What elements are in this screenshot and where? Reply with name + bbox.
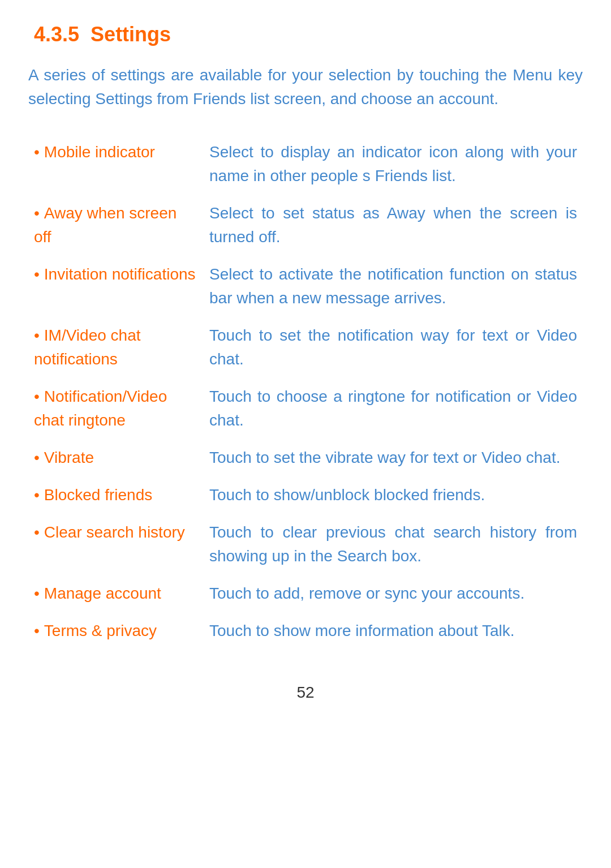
settings-row: •Away when screen offSelect to set statu… <box>28 195 583 256</box>
settings-description: Touch to show more information about Tal… <box>204 612 583 650</box>
settings-row: •Terms & privacyTouch to show more infor… <box>28 612 583 650</box>
settings-row: •Invitation notificationsSelect to activ… <box>28 256 583 317</box>
settings-term: •Clear search history <box>28 514 204 575</box>
bullet-icon: • <box>34 619 40 643</box>
settings-term: •Away when screen off <box>28 195 204 256</box>
settings-term: •Blocked friends <box>28 476 204 514</box>
section-heading: 4.3.5 Settings <box>34 23 583 46</box>
settings-term: •Mobile indicator <box>28 134 204 195</box>
intro-paragraph: A series of settings are available for y… <box>28 63 583 111</box>
bullet-icon: • <box>34 324 40 347</box>
bullet-icon: • <box>34 582 40 605</box>
bullet-icon: • <box>34 263 40 286</box>
bullet-icon: • <box>34 446 40 470</box>
settings-term: •Notification/Video chat ringtone <box>28 378 204 439</box>
page-number: 52 <box>28 684 583 702</box>
settings-term: •Invitation notifications <box>28 256 204 317</box>
settings-description: Touch to add, remove or sync your accoun… <box>204 575 583 612</box>
settings-row: •Clear search historyTouch to clear prev… <box>28 514 583 575</box>
settings-description: Select to set status as Away when the sc… <box>204 195 583 256</box>
settings-description: Touch to set the notification way for te… <box>204 317 583 378</box>
settings-row: •Blocked friendsTouch to show/unblock bl… <box>28 476 583 514</box>
settings-term: •IM/Video chat notifications <box>28 317 204 378</box>
settings-row: •Notification/Video chat ringtoneTouch t… <box>28 378 583 439</box>
settings-row: •VibrateTouch to set the vibrate way for… <box>28 439 583 476</box>
settings-term: •Terms & privacy <box>28 612 204 650</box>
settings-description: Select to activate the notification func… <box>204 256 583 317</box>
settings-term: •Vibrate <box>28 439 204 476</box>
settings-row: •Mobile indicatorSelect to display an in… <box>28 134 583 195</box>
settings-row: •Manage accountTouch to add, remove or s… <box>28 575 583 612</box>
settings-description: Touch to show/unblock blocked friends. <box>204 476 583 514</box>
settings-table: •Mobile indicatorSelect to display an in… <box>28 134 583 650</box>
settings-term: •Manage account <box>28 575 204 612</box>
bullet-icon: • <box>34 483 40 507</box>
settings-row: •IM/Video chat notificationsTouch to set… <box>28 317 583 378</box>
settings-description: Touch to set the vibrate way for text or… <box>204 439 583 476</box>
bullet-icon: • <box>34 140 40 164</box>
bullet-icon: • <box>34 201 40 225</box>
settings-description: Touch to choose a ringtone for notificat… <box>204 378 583 439</box>
settings-description: Select to display an indicator icon alon… <box>204 134 583 195</box>
settings-description: Touch to clear previous chat search hist… <box>204 514 583 575</box>
bullet-icon: • <box>34 385 40 409</box>
bullet-icon: • <box>34 521 40 544</box>
